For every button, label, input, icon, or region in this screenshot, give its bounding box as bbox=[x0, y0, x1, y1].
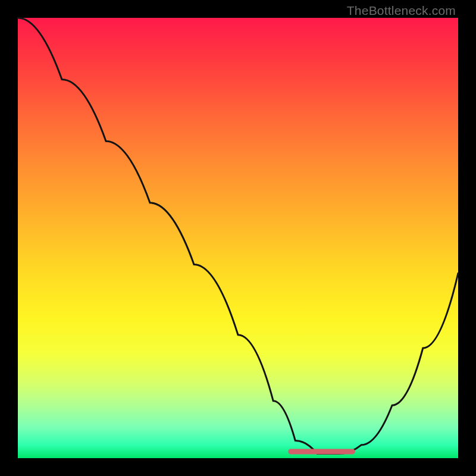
bottleneck-curve bbox=[18, 18, 458, 458]
chart-frame bbox=[18, 18, 458, 458]
watermark-text: TheBottleneck.com bbox=[347, 4, 456, 18]
curve-path bbox=[18, 18, 458, 454]
